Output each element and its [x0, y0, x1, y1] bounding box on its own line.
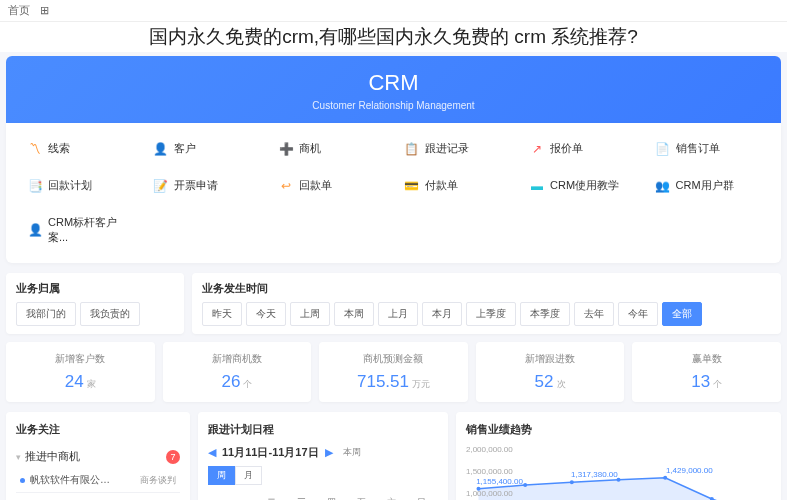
weekday-header: 五 [348, 493, 376, 500]
calendar-grid: 一二三四五六日 11121314151617 [208, 491, 438, 500]
module-icon: 👤 [154, 142, 168, 156]
calendar-range: 11月11日-11月17日 [222, 445, 319, 460]
module-3[interactable]: 📋跟进记录 [401, 135, 513, 162]
bullet-icon [20, 478, 25, 483]
stat-value: 13 [691, 372, 710, 391]
module-label: 开票申请 [174, 178, 218, 193]
filter-time-title: 业务发生时间 [202, 281, 771, 296]
weekday-header: 一 [210, 493, 255, 500]
time-btn-7[interactable]: 本季度 [520, 302, 570, 326]
stat-value: 715.51 [357, 372, 409, 391]
opportunity-item[interactable]: 帆软软件有限公司...商务谈判 [16, 468, 180, 492]
module-icon: 📝 [154, 179, 168, 193]
weekday-header: 日 [408, 493, 436, 500]
page-title: 国内永久免费的crm,有哪些国内永久免费的 crm 系统推荐? [0, 22, 787, 52]
module-label: 付款单 [425, 178, 458, 193]
hero-subtitle: Customer Relationship Management [6, 100, 781, 111]
module-label: 线索 [48, 141, 70, 156]
stat-value: 24 [65, 372, 84, 391]
module-7[interactable]: 📝开票申请 [150, 172, 262, 199]
calendar-panel: 跟进计划日程 ◀ 11月11日-11月17日 ▶ 本周 周月 一二三四五六日 1… [198, 412, 448, 500]
module-label: CRM用户群 [676, 178, 734, 193]
stat-label: 新增客户数 [18, 352, 143, 366]
stat-unit: 次 [557, 379, 566, 389]
weekday-header: 四 [318, 493, 346, 500]
stat-card-3[interactable]: 新增跟进数52次 [476, 342, 625, 402]
calendar-scope: 本周 [343, 446, 361, 459]
filter-owner-box: 业务归属 我部门的我负责的 [6, 273, 184, 334]
filter-owner-title: 业务归属 [16, 281, 174, 296]
svg-point-4 [663, 476, 667, 480]
svg-point-1 [523, 483, 527, 487]
stat-label: 新增商机数 [175, 352, 300, 366]
time-btn-6[interactable]: 上季度 [466, 302, 516, 326]
module-label: 回款计划 [48, 178, 92, 193]
module-9[interactable]: 💳付款单 [401, 172, 513, 199]
stat-unit: 个 [243, 379, 252, 389]
calendar-tab-月[interactable]: 月 [235, 466, 262, 485]
module-5[interactable]: 📄销售订单 [652, 135, 764, 162]
stat-label: 赢单数 [644, 352, 769, 366]
weekday-header: 六 [378, 493, 406, 500]
module-label: 客户 [174, 141, 196, 156]
module-2[interactable]: ➕商机 [275, 135, 387, 162]
calendar-tab-周[interactable]: 周 [208, 466, 235, 485]
module-icon: 👤 [28, 223, 42, 237]
opportunity-stage: 商务谈判 [140, 474, 176, 487]
chart-title: 销售业绩趋势 [466, 422, 771, 437]
module-icon: ↗ [530, 142, 544, 156]
module-10[interactable]: ▬CRM使用教学 [526, 172, 638, 199]
stat-value: 26 [221, 372, 240, 391]
module-11[interactable]: 👥CRM用户群 [652, 172, 764, 199]
module-icon: 📄 [656, 142, 670, 156]
time-btn-5[interactable]: 本月 [422, 302, 462, 326]
opportunity-header[interactable]: ▾推进中商机 7 [16, 445, 180, 468]
stat-card-1[interactable]: 新增商机数26个 [163, 342, 312, 402]
module-0[interactable]: 〽线索 [24, 135, 136, 162]
time-btn-8[interactable]: 去年 [574, 302, 614, 326]
filter-time-box: 业务发生时间 昨天今天上周本周上月本月上季度本季度去年今年全部 [192, 273, 781, 334]
owner-btn-0[interactable]: 我部门的 [16, 302, 76, 326]
svg-point-2 [570, 480, 574, 484]
module-label: 报价单 [550, 141, 583, 156]
module-label: CRM使用教学 [550, 178, 619, 193]
module-6[interactable]: 📑回款计划 [24, 172, 136, 199]
opportunity-item[interactable]: 帆软软件有限公司...需求确认 [16, 492, 180, 500]
time-btn-9[interactable]: 今年 [618, 302, 658, 326]
stat-unit: 个 [713, 379, 722, 389]
stat-card-2[interactable]: 商机预测金额715.51万元 [319, 342, 468, 402]
opportunity-name: 帆软软件有限公司... [30, 473, 110, 487]
stat-card-0[interactable]: 新增客户数24家 [6, 342, 155, 402]
time-btn-3[interactable]: 本周 [334, 302, 374, 326]
focus-panel: 业务关注 ▾推进中商机 7 帆软软件有限公司...商务谈判帆软软件有限公司...… [6, 412, 190, 500]
hero-banner: CRM Customer Relationship Management [6, 56, 781, 123]
time-btn-1[interactable]: 今天 [246, 302, 286, 326]
opportunity-title: 推进中商机 [25, 449, 80, 464]
chevron-down-icon: ▾ [16, 452, 21, 462]
time-btn-2[interactable]: 上周 [290, 302, 330, 326]
home-link[interactable]: 首页 [8, 3, 30, 18]
module-icon: 💳 [405, 179, 419, 193]
module-icon: ▬ [530, 179, 544, 193]
stat-card-4[interactable]: 赢单数13个 [632, 342, 781, 402]
stats-row: 新增客户数24家新增商机数26个商机预测金额715.51万元新增跟进数52次赢单… [6, 342, 781, 402]
module-4[interactable]: ↗报价单 [526, 135, 638, 162]
module-grid: 〽线索👤客户➕商机📋跟进记录↗报价单📄销售订单📑回款计划📝开票申请↩回款单💳付款… [6, 123, 781, 263]
time-btn-4[interactable]: 上月 [378, 302, 418, 326]
module-12[interactable]: 👤CRM标杆客户案... [24, 209, 136, 251]
calendar-title: 跟进计划日程 [208, 422, 438, 437]
module-1[interactable]: 👤客户 [150, 135, 262, 162]
module-icon: 📋 [405, 142, 419, 156]
calendar-next-icon[interactable]: ▶ [325, 446, 333, 459]
time-btn-10[interactable]: 全部 [662, 302, 702, 326]
chart-panel: 销售业绩趋势 500,000.001,000,000.001,500,000.0… [456, 412, 781, 500]
owner-btn-1[interactable]: 我负责的 [80, 302, 140, 326]
module-8[interactable]: ↩回款单 [275, 172, 387, 199]
time-btn-0[interactable]: 昨天 [202, 302, 242, 326]
calendar-prev-icon[interactable]: ◀ [208, 446, 216, 459]
stat-label: 商机预测金额 [331, 352, 456, 366]
opportunity-badge: 7 [166, 450, 180, 464]
module-icon: ➕ [279, 142, 293, 156]
module-label: 跟进记录 [425, 141, 469, 156]
apps-icon[interactable]: ⊞ [40, 4, 49, 17]
